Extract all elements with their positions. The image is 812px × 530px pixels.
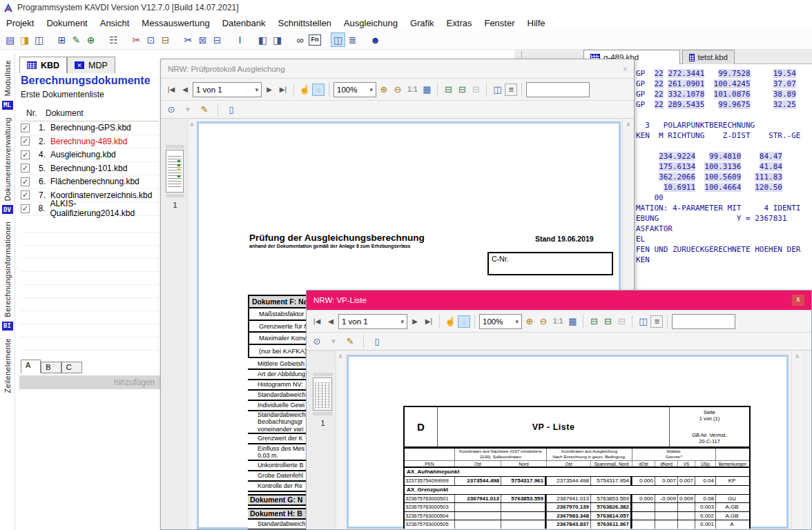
scroll-up-icon[interactable]: ∧ [792, 351, 802, 360]
document-checkbox[interactable]: ✓ [21, 164, 30, 173]
menu-item-dokument[interactable]: Dokument [40, 17, 93, 30]
hinzufuegen-button[interactable]: hinzufügen [19, 375, 160, 389]
document-list-item[interactable]: ✓8.ALKIS-Qualifizierung2014.kbd [21, 202, 159, 216]
document-checkbox[interactable]: ✓ [21, 150, 30, 159]
document-list-item[interactable]: ✓2.Berechnung-489.kbd [21, 135, 159, 149]
thumbnail-scrollbar[interactable]: ∧ [336, 351, 345, 529]
list-tab-b[interactable]: B [41, 362, 61, 373]
menu-item-grafik[interactable]: Grafik [404, 17, 441, 30]
sidebar-tab-dokumentenverwaltung[interactable]: Dokumentenverwaltung [3, 117, 12, 202]
pruefprotokoll-title-bar[interactable]: NRW: Prüfprotokoll Ausgleichung x [161, 59, 634, 78]
vp-page-select[interactable]: 1 von 1▾ [338, 314, 407, 329]
pruef-search-input[interactable] [526, 82, 590, 97]
sidebar-badge-ml-icon[interactable]: ML [2, 101, 13, 110]
tab-kbd[interactable]: KBD [19, 57, 67, 73]
vp-first-page-button[interactable]: |◀ [311, 315, 323, 328]
document-list-item[interactable]: ✓5.Berechnung-101.kbd [21, 162, 159, 176]
scroll-up-icon[interactable]: ∧ [623, 119, 634, 128]
scroll-up-icon[interactable]: ∧ [336, 351, 345, 360]
menu-item-extras[interactable]: Extras [441, 17, 478, 30]
pruef-prev-page-button[interactable]: ◀ [179, 84, 191, 96]
vp-zoom-in-icon[interactable]: ⊕ [523, 315, 536, 328]
pruef-print-icon[interactable]: ⊟ [442, 84, 454, 96]
vp-preview-icon[interactable]: ⊙ [311, 335, 323, 348]
copy-icon[interactable]: ⊡ [144, 32, 158, 47]
pruef-save-icon[interactable]: ◫ [491, 84, 503, 96]
cut-values-icon[interactable]: ✂ [181, 32, 195, 47]
pruef-last-page-button[interactable]: ▶| [277, 84, 289, 96]
pruef-preview-icon[interactable]: ⊙ [165, 104, 177, 116]
menu-item-ansicht[interactable]: Ansicht [94, 17, 136, 30]
cut-icon[interactable]: ✂ [129, 32, 144, 47]
tab-mdp[interactable]: ✕ MDP [67, 57, 115, 73]
paste-icon[interactable]: ⊟ [158, 32, 173, 47]
vp-print-setup-icon[interactable]: ⊟ [601, 315, 614, 328]
pruef-first-page-button[interactable]: |◀ [165, 84, 177, 96]
close-icon[interactable]: x [792, 295, 804, 306]
pruef-exit-door-icon[interactable]: ▯ [225, 104, 238, 116]
page-thumbnail[interactable] [313, 377, 332, 411]
vp-download-icon[interactable]: ▼ [327, 335, 340, 348]
vp-page-setup-icon[interactable]: ≣ [650, 315, 663, 328]
menu-item-datenbank[interactable]: Datenbank [216, 17, 272, 30]
doc-tab-tetst-kbd[interactable]: tetst.kbd [682, 50, 735, 64]
vp-fit-view-icon[interactable]: ▦ [566, 315, 579, 328]
insert-column-left-icon[interactable]: ◧ [255, 32, 270, 47]
pruef-properties-icon[interactable]: ✎ [198, 104, 211, 116]
pruef-zoom-out-icon[interactable]: ⊖ [392, 84, 404, 96]
pruef-next-page-button[interactable]: ▶ [263, 84, 276, 96]
document-checkbox[interactable]: ✓ [21, 177, 30, 186]
insert-column-right-icon[interactable]: ◨ [270, 32, 284, 47]
vp-zoom-out-icon[interactable]: ⊖ [537, 315, 550, 328]
vp-exit-door-icon[interactable]: ▯ [371, 335, 383, 348]
menu-item-messauswertung[interactable]: Messauswertung [135, 17, 215, 30]
sidebar-badge-bi-icon[interactable]: BI [2, 322, 13, 331]
copy-values-icon[interactable]: ⊠ [195, 32, 210, 47]
vp-save-icon[interactable]: ◫ [637, 315, 649, 328]
save-icon[interactable]: ◫ [32, 32, 46, 47]
pruef-zoom-select[interactable]: 100%▾ [334, 82, 376, 97]
sidebar-tab-berechnungsinformationen[interactable]: Berechnungsinformationen [3, 222, 12, 317]
text-cursor-icon[interactable]: I [233, 32, 247, 47]
close-icon[interactable]: x [624, 65, 628, 72]
pruef-one-to-one-button[interactable]: 1:1 [405, 86, 419, 93]
sidebar-badge-dv-icon[interactable]: DV [2, 205, 13, 214]
pruef-page-setup-icon[interactable]: ≣ [505, 84, 517, 96]
print-icon[interactable]: ☷ [106, 32, 121, 47]
vp-last-page-button[interactable]: ▶| [423, 315, 435, 328]
sidebar-tab-zeilenelemente[interactable]: Zeilenelemente [3, 338, 12, 393]
window-layout-icon[interactable]: ◫ [331, 32, 345, 47]
document-list-item[interactable]: ✓4.Ausgleichung.kbd [21, 148, 159, 162]
help-person-icon[interactable]: ☻ [368, 32, 383, 47]
paste-values-icon[interactable]: ⊟ [210, 32, 224, 47]
menu-item-projekt[interactable]: Projekt [0, 17, 40, 30]
line-structure-icon[interactable]: ≣ [345, 32, 360, 47]
page-thumbnail[interactable] [166, 150, 184, 193]
document-checkbox[interactable]: ✓ [21, 204, 30, 213]
pruef-page-select[interactable]: 1 von 1▾ [193, 82, 262, 97]
pruef-hand-tool-icon[interactable]: ☝ [298, 84, 311, 96]
thumbnail-scrollbar[interactable]: ∧ [187, 119, 196, 529]
document-list-item[interactable]: ✓6.Flächenberechnung.kbd [21, 175, 159, 189]
pruef-print-setup-icon[interactable]: ⊟ [456, 84, 468, 96]
fn-icon[interactable]: Fn [309, 35, 321, 46]
vp-liste-title-bar[interactable]: NRW: VP-Liste x [307, 291, 811, 310]
document-list-item[interactable]: ✓1.Berechnung-GPS.kbd [21, 121, 159, 135]
menu-item-schnittstellen[interactable]: Schnittstellen [272, 17, 338, 30]
pruef-print-color-icon[interactable]: ⊟ [470, 84, 482, 96]
pruef-marquee-zoom-icon[interactable]: ◌ [312, 84, 325, 96]
vp-hand-tool-icon[interactable]: ☝ [444, 315, 456, 328]
search-binoculars-icon[interactable]: ∞ [293, 32, 307, 47]
vp-print-icon[interactable]: ⊟ [588, 315, 600, 328]
pruef-download-icon[interactable]: ▼ [182, 104, 194, 116]
vp-vertical-scrollbar[interactable]: ∧ [791, 351, 802, 529]
new-document-icon[interactable]: ▤ [3, 32, 17, 47]
pruef-zoom-in-icon[interactable]: ⊕ [378, 84, 390, 96]
vp-next-page-button[interactable]: ▶ [409, 315, 421, 328]
pruef-fit-view-icon[interactable]: ▦ [420, 84, 433, 96]
vp-marquee-zoom-icon[interactable]: ◌ [458, 315, 470, 328]
vp-print-color-icon[interactable]: ⊟ [615, 315, 628, 328]
menu-item-fenster[interactable]: Fenster [478, 17, 521, 30]
list-tab-a[interactable]: A [21, 360, 41, 373]
open-folder-icon[interactable]: ◨ [17, 32, 32, 47]
